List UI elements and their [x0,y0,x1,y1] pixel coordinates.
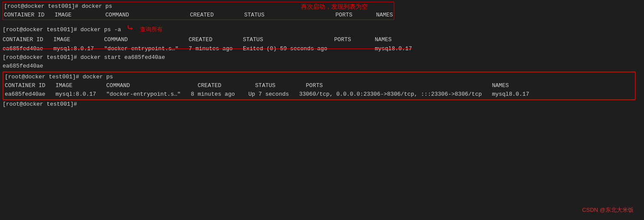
restart-annotation: 再次启动，发现列表为空 [301,2,368,12]
query-all-annotation: 查询所有 [140,26,163,32]
ps-second-data-row: ea685fed40ae mysql:8.0.17 "docker-entryp… [5,90,634,99]
circle-arrow-icon: ⤷ [126,23,134,33]
csdn-watermark: CSDN @东北大米饭 [582,206,634,214]
ps-a-prompt-line: [root@docker test001]# docker ps -a [3,26,121,33]
ps-second-header-line: CONTAINER ID IMAGE COMMAND CREATED STATU… [5,81,634,90]
final-prompt-line: [root@docker test001]# [3,100,641,109]
ps-a-data-row: ea685fed40ae mysql:8.0.17 "docker-entryp… [3,45,641,53]
ps-second-prompt-line: [root@docker test001]# docker ps [5,73,634,81]
start-output-line: ea685fed40ae [3,62,641,71]
ps-a-header-line: CONTAINER ID IMAGE COMMAND CREATED STATU… [3,36,641,44]
start-command-line: [root@docker test001]# docker start ea68… [3,53,641,62]
first-header-line: CONTAINER ID IMAGE COMMAND CREATED STATU… [4,11,393,19]
terminal-window: [root@docker test001]# docker ps CONTAIN… [0,0,644,111]
